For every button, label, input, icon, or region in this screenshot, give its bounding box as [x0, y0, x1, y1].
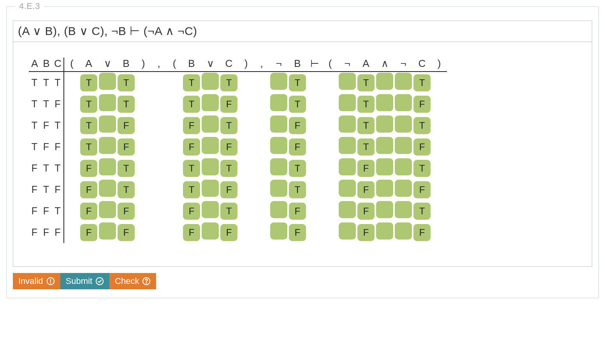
truth-cell[interactable]	[270, 158, 287, 175]
truth-cell[interactable]	[99, 73, 116, 90]
truth-cell[interactable]: F	[357, 181, 375, 198]
truth-cell[interactable]: T	[118, 96, 135, 113]
check-button[interactable]: Check	[109, 273, 156, 289]
truth-cell[interactable]: T	[183, 96, 200, 113]
truth-cell[interactable]: T	[118, 74, 135, 91]
truth-cell[interactable]: T	[357, 117, 375, 134]
truth-cell[interactable]: F	[289, 117, 306, 134]
truth-cell[interactable]: F	[118, 138, 135, 156]
truth-cell[interactable]: F	[220, 138, 237, 156]
truth-cell[interactable]	[99, 116, 116, 133]
truth-cell[interactable]	[202, 116, 219, 133]
truth-cell[interactable]	[339, 94, 356, 111]
truth-cell[interactable]: T	[357, 96, 375, 113]
truth-cell[interactable]	[270, 137, 287, 154]
truth-cell[interactable]	[376, 94, 393, 111]
truth-cell[interactable]: T	[220, 203, 237, 220]
truth-cell[interactable]	[395, 201, 412, 218]
truth-cell[interactable]: F	[220, 181, 237, 198]
truth-cell[interactable]: T	[118, 181, 135, 198]
truth-cell[interactable]: T	[289, 181, 306, 198]
truth-cell[interactable]	[376, 116, 393, 133]
truth-cell[interactable]	[270, 222, 287, 240]
truth-cell[interactable]	[202, 201, 219, 218]
truth-cell[interactable]	[395, 94, 412, 111]
truth-cell[interactable]	[270, 94, 287, 111]
truth-cell[interactable]: T	[80, 96, 97, 113]
truth-cell[interactable]	[99, 94, 116, 111]
truth-cell[interactable]: T	[183, 181, 200, 198]
truth-cell[interactable]	[395, 73, 412, 90]
truth-cell[interactable]	[376, 201, 393, 218]
truth-cell[interactable]: T	[357, 74, 375, 91]
truth-cell[interactable]: F	[289, 138, 306, 156]
truth-cell[interactable]	[202, 222, 219, 240]
truth-cell[interactable]: F	[183, 117, 200, 134]
truth-cell[interactable]	[376, 158, 393, 175]
truth-cell[interactable]	[339, 158, 356, 175]
truth-cell[interactable]: T	[289, 96, 306, 113]
truth-cell[interactable]: T	[183, 160, 200, 177]
truth-cell[interactable]	[202, 94, 219, 111]
truth-cell[interactable]	[270, 180, 287, 197]
truth-cell[interactable]: T	[220, 117, 237, 134]
truth-cell[interactable]: F	[220, 96, 237, 113]
truth-cell[interactable]: F	[289, 203, 306, 220]
truth-cell[interactable]: F	[183, 224, 200, 241]
truth-cell[interactable]	[339, 180, 356, 197]
truth-cell[interactable]: T	[220, 160, 237, 177]
truth-cell[interactable]: F	[413, 138, 431, 156]
truth-cell[interactable]	[202, 158, 219, 175]
truth-cell[interactable]: T	[80, 117, 97, 134]
truth-cell[interactable]: T	[413, 117, 431, 134]
truth-cell[interactable]	[202, 73, 219, 90]
truth-cell[interactable]: T	[289, 160, 306, 177]
truth-cell[interactable]	[395, 137, 412, 154]
truth-cell[interactable]: F	[80, 181, 97, 198]
truth-cell[interactable]	[339, 73, 356, 90]
truth-cell[interactable]: F	[220, 224, 237, 241]
truth-cell[interactable]: T	[80, 138, 97, 156]
truth-cell[interactable]	[395, 180, 412, 197]
truth-cell[interactable]: F	[413, 224, 431, 241]
truth-cell[interactable]: F	[289, 224, 306, 241]
invalid-button[interactable]: Invalid	[13, 273, 60, 289]
truth-cell[interactable]	[270, 73, 287, 90]
truth-cell[interactable]	[99, 158, 116, 175]
truth-cell[interactable]: T	[357, 138, 375, 156]
truth-cell[interactable]: T	[220, 74, 237, 91]
truth-cell[interactable]: F	[357, 160, 375, 177]
truth-cell[interactable]	[395, 222, 412, 240]
truth-cell[interactable]: F	[80, 224, 97, 241]
truth-cell[interactable]	[395, 158, 412, 175]
truth-cell[interactable]: T	[118, 160, 135, 177]
truth-cell[interactable]	[339, 137, 356, 154]
truth-cell[interactable]	[339, 116, 356, 133]
truth-cell[interactable]	[376, 222, 393, 240]
truth-cell[interactable]	[376, 180, 393, 197]
truth-cell[interactable]: F	[183, 138, 200, 156]
truth-cell[interactable]: T	[413, 74, 431, 91]
truth-cell[interactable]	[376, 137, 393, 154]
truth-cell[interactable]: F	[80, 160, 97, 177]
truth-cell[interactable]	[395, 116, 412, 133]
truth-cell[interactable]: F	[413, 181, 431, 198]
truth-cell[interactable]	[339, 201, 356, 218]
truth-cell[interactable]	[99, 137, 116, 154]
truth-cell[interactable]	[339, 222, 356, 240]
truth-cell[interactable]	[202, 180, 219, 197]
truth-cell[interactable]	[99, 180, 116, 197]
truth-cell[interactable]: T	[183, 74, 200, 91]
truth-cell[interactable]: T	[80, 74, 97, 91]
truth-cell[interactable]: F	[118, 224, 135, 241]
truth-cell[interactable]: F	[357, 203, 375, 220]
truth-cell[interactable]	[270, 116, 287, 133]
truth-cell[interactable]: F	[118, 203, 135, 220]
truth-cell[interactable]	[376, 73, 393, 90]
truth-cell[interactable]: T	[413, 203, 431, 220]
truth-cell[interactable]	[99, 222, 116, 240]
truth-cell[interactable]	[99, 201, 116, 218]
truth-cell[interactable]: T	[289, 74, 306, 91]
truth-cell[interactable]	[202, 137, 219, 154]
truth-cell[interactable]: F	[118, 117, 135, 134]
